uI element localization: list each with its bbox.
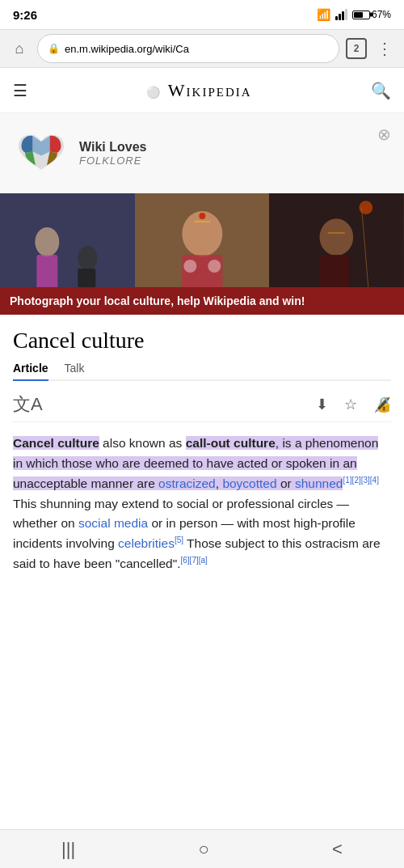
lock-small-icon[interactable]: 🔏 <box>373 396 391 413</box>
status-time: 9:26 <box>13 8 37 22</box>
language-icon[interactable]: 文A <box>13 392 43 417</box>
svg-point-7 <box>199 213 205 219</box>
article-tabs: Article Talk <box>13 362 391 381</box>
wikipedia-logo: ⚪ Wikipedia <box>146 80 251 101</box>
status-icons: 📶 67% <box>317 8 391 21</box>
svg-point-13 <box>320 218 354 256</box>
toolbar-actions: ⬇ ☆ 🔏 <box>316 396 391 413</box>
article-intro-paragraph: Cancel culture also known as call-out cu… <box>13 434 391 574</box>
ad-subtitle: FOLKLORE <box>79 155 146 167</box>
search-button[interactable]: 🔍 <box>371 81 391 100</box>
link-shunned[interactable]: shunned <box>295 476 343 490</box>
more-button[interactable]: ⋮ <box>373 40 396 57</box>
close-ad-button[interactable]: ⊗ <box>377 125 391 144</box>
battery-icon: 67% <box>352 9 391 20</box>
url-box[interactable]: 🔒 en.m.wikipedia.org/wiki/Ca <box>37 34 339 63</box>
url-text: en.m.wikipedia.org/wiki/Ca <box>65 43 329 55</box>
tab-talk[interactable]: Talk <box>65 362 85 379</box>
link-celebrities[interactable]: celebrities <box>118 536 175 550</box>
lock-icon: 🔒 <box>48 43 60 54</box>
wiki-loves-logo <box>13 125 69 181</box>
hero-image: Photograph your local culture, help Wiki… <box>0 193 404 315</box>
menu-button[interactable]: ☰ <box>13 81 27 100</box>
ad-text-block: Wiki Loves FOLKLORE <box>79 140 146 167</box>
tab-article[interactable]: Article <box>13 362 48 381</box>
signal-icon <box>335 9 347 20</box>
svg-point-1 <box>35 227 59 256</box>
article-area: Cancel culture Article Talk 文A ⬇ ☆ 🔏 Can… <box>0 315 404 574</box>
article-body: Cancel culture also known as call-out cu… <box>13 434 391 574</box>
tab-count[interactable]: 2 <box>346 38 367 59</box>
star-icon[interactable]: ☆ <box>344 396 357 413</box>
link-ostracized[interactable]: ostracized <box>158 476 216 490</box>
svg-point-10 <box>183 260 196 273</box>
ad-content: Wiki Loves FOLKLORE <box>13 125 146 181</box>
svg-point-3 <box>78 246 97 270</box>
hero-cta-text: Photograph your local culture, help Wiki… <box>10 294 305 307</box>
ad-banner: Wiki Loves FOLKLORE ⊗ <box>0 113 404 193</box>
svg-point-11 <box>208 260 221 273</box>
home-nav-button[interactable]: ○ <box>191 832 215 866</box>
download-icon[interactable]: ⬇ <box>316 396 328 413</box>
ref-5[interactable]: [5] <box>175 536 183 544</box>
hero-overlay: Photograph your local culture, help Wiki… <box>0 287 404 315</box>
bottom-navigation: ||| ○ < <box>0 829 404 868</box>
home-button[interactable]: ⌂ <box>8 37 31 60</box>
article-title: Cancel culture <box>13 328 391 354</box>
ref-1234[interactable]: [1][2][3][4] <box>343 476 378 485</box>
back-button[interactable]: < <box>326 832 349 866</box>
wifi-icon: 📶 <box>317 8 330 21</box>
link-social-media[interactable]: social media <box>78 516 148 530</box>
ad-title: Wiki Loves <box>79 140 146 155</box>
wiki-header: ☰ ⚪ Wikipedia 🔍 <box>0 68 404 113</box>
address-bar: ⌂ 🔒 en.m.wikipedia.org/wiki/Ca 2 ⋮ <box>0 29 404 68</box>
term-cancel-culture: Cancel culture <box>13 436 99 450</box>
status-bar: 9:26 📶 67% <box>0 0 404 29</box>
term-callout-culture: call-out culture <box>186 436 276 450</box>
article-toolbar: 文A ⬇ ☆ 🔏 <box>13 392 391 422</box>
svg-point-16 <box>360 201 373 214</box>
ref-67a[interactable]: [6][7][a] <box>180 556 207 565</box>
home-icon: ⌂ <box>15 40 24 57</box>
recent-apps-button[interactable]: ||| <box>55 832 82 866</box>
link-boycotted[interactable]: boycotted <box>222 476 276 490</box>
